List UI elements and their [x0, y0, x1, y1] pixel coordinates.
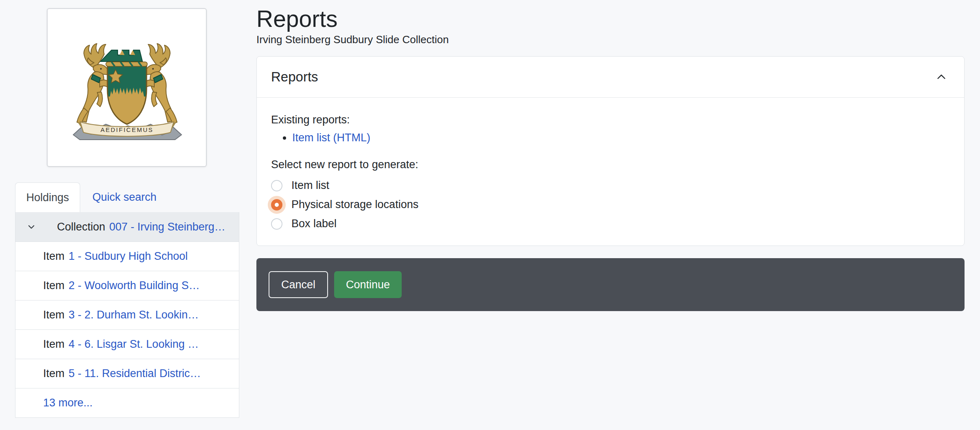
tree-type-label: Item: [43, 279, 65, 292]
sidebar-tabs: Holdings Quick search: [15, 182, 239, 212]
existing-report-item: Item list (HTML): [292, 129, 949, 147]
tree-row-item: Item 4 - 6. Lisgar St. Looking …: [15, 329, 239, 359]
radio-row-box-label[interactable]: Box label: [271, 214, 949, 233]
holdings-tree: Collection 007 - Irving Steinberg… Item …: [15, 212, 239, 418]
tree-row-collection: Collection 007 - Irving Steinberg…: [15, 212, 239, 241]
tree-type-label: Collection: [57, 221, 105, 233]
reports-card: Reports Existing reports: Item list (HTM…: [256, 56, 965, 246]
cancel-button[interactable]: Cancel: [269, 271, 328, 298]
tree-link-collection[interactable]: 007 - Irving Steinberg…: [109, 221, 225, 233]
continue-button[interactable]: Continue: [334, 271, 402, 298]
tree-type-label: Item: [43, 367, 65, 380]
tree-link-item-1[interactable]: 1 - Sudbury High School: [69, 250, 188, 263]
tree-type-label: Item: [43, 309, 65, 321]
crest-crown: [101, 50, 147, 66]
tree-link-item-5[interactable]: 5 - 11. Residential Distric…: [69, 367, 201, 380]
radio-box-label[interactable]: [271, 218, 282, 230]
radio-label: Physical storage locations: [291, 198, 418, 211]
reports-page: AEDIFICEMUS Holdings Quick search Collec…: [0, 0, 980, 430]
reports-card-header: Reports: [257, 57, 964, 98]
tree-more-link[interactable]: 13 more...: [43, 397, 93, 409]
existing-reports-list: Item list (HTML): [271, 129, 949, 147]
chevron-up-icon: [935, 71, 947, 83]
radio-row-physical-storage[interactable]: Physical storage locations: [271, 195, 949, 214]
tab-holdings[interactable]: Holdings: [15, 182, 80, 212]
repository-logo-link[interactable]: AEDIFICEMUS: [47, 8, 207, 167]
tree-link-item-3[interactable]: 3 - 2. Durham St. Lookin…: [69, 309, 199, 321]
tree-row-item: Item 5 - 11. Residential Distric…: [15, 359, 239, 388]
tree-link-item-2[interactable]: 2 - Woolworth Building S…: [69, 279, 200, 292]
drag-handle-icon[interactable]: [214, 313, 223, 318]
page-subtitle: Irving Steinberg Sudbury Slide Collectio…: [256, 33, 965, 46]
radio-label: Box label: [291, 217, 337, 230]
radio-item-list[interactable]: [271, 180, 282, 191]
tree-row-item: Item 3 - 2. Durham St. Lookin…: [15, 300, 239, 329]
moose-supporter-icon: [77, 44, 110, 124]
form-actions-bar: Cancel Continue: [256, 258, 965, 311]
sudbury-coat-of-arms-icon: AEDIFICEMUS: [58, 26, 196, 149]
tree-row-more: 13 more...: [15, 388, 239, 417]
drag-handle-icon[interactable]: [214, 254, 223, 259]
tree-link-item-4[interactable]: 4 - 6. Lisgar St. Looking …: [69, 338, 199, 351]
drag-handle-icon[interactable]: [214, 342, 223, 347]
collapse-toggle-button[interactable]: [933, 69, 949, 85]
radio-label: Item list: [291, 179, 329, 192]
reports-card-body: Existing reports: Item list (HTML) Selec…: [257, 98, 964, 246]
crest-motto: AEDIFICEMUS: [100, 126, 153, 133]
tree-row-item: Item 2 - Woolworth Building S…: [15, 271, 239, 300]
main-content: Reports Irving Steinberg Sudbury Slide C…: [256, 0, 965, 311]
drag-handle-icon[interactable]: [214, 284, 223, 288]
radio-row-item-list[interactable]: Item list: [271, 176, 949, 195]
chevron-down-icon[interactable]: [27, 222, 36, 231]
crest-shield: [107, 66, 147, 127]
tree-type-label: Item: [43, 338, 65, 351]
item-list-html-link[interactable]: Item list (HTML): [292, 132, 370, 144]
drag-handle-icon[interactable]: [214, 372, 223, 376]
reports-card-title: Reports: [271, 69, 318, 85]
tree-row-item: Item 1 - Sudbury High School: [15, 241, 239, 271]
select-report-label: Select new report to generate:: [271, 156, 949, 173]
page-title: Reports: [256, 5, 965, 33]
radio-physical-storage-locations-selected[interactable]: [271, 199, 282, 211]
tree-type-label: Item: [43, 250, 65, 263]
existing-reports-label: Existing reports:: [271, 112, 949, 128]
tab-quick-search[interactable]: Quick search: [92, 182, 157, 212]
